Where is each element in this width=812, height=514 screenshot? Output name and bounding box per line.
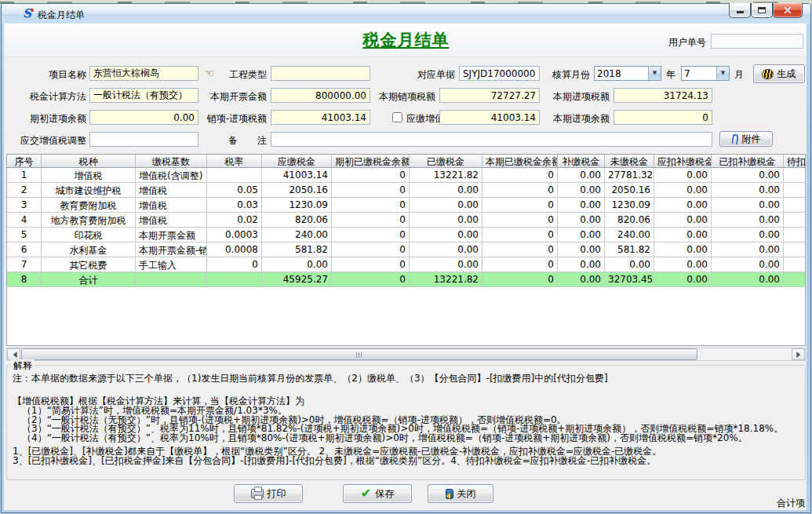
- column-header[interactable]: 序号: [7, 155, 42, 167]
- output-tax-input[interactable]: [439, 88, 540, 103]
- table-cell: 581.82: [262, 242, 332, 257]
- user-no-input[interactable]: [711, 34, 803, 49]
- project-input[interactable]: [89, 66, 198, 81]
- input-balance-input[interactable]: [614, 110, 712, 125]
- column-header[interactable]: 期初已缴税金余额: [332, 155, 410, 167]
- exit-door-icon: [446, 489, 453, 499]
- horizontal-scrollbar[interactable]: [6, 348, 806, 361]
- chevron-down-icon[interactable]: ▼: [648, 67, 661, 80]
- month-suffix-label: 月: [734, 68, 744, 81]
- year-combobox[interactable]: 2018 ▼: [594, 66, 661, 81]
- table-cell: 手工输入: [136, 257, 207, 272]
- save-button[interactable]: ✔ 保存: [343, 484, 412, 503]
- column-header[interactable]: 待扣补缴税金: [784, 155, 806, 167]
- table-row[interactable]: 2城市建设维护税增值税0.052050.1600.0000.002050.160…: [7, 183, 806, 198]
- table-cell: 0: [332, 168, 410, 182]
- generate-button[interactable]: 生成: [753, 64, 805, 83]
- vat-adjust-input[interactable]: [89, 132, 198, 147]
- minimize-icon: [737, 11, 744, 13]
- input-balance-label: 本期进项余额: [544, 112, 610, 125]
- table-cell: [784, 257, 806, 272]
- table-row[interactable]: 3教育费附加税增值税0.031230.0900.0000.001230.090.…: [7, 198, 806, 213]
- table-cell: 1230.09: [605, 198, 654, 212]
- table-cell: [207, 272, 262, 286]
- close-label: 关闭: [457, 487, 476, 501]
- table-cell: 0: [482, 168, 558, 182]
- table-cell: 0.00: [558, 242, 605, 257]
- column-header[interactable]: 税率: [207, 155, 262, 167]
- maximize-icon: [758, 7, 766, 13]
- close-form-button[interactable]: 关闭: [428, 484, 493, 503]
- generate-label: 生成: [777, 67, 796, 81]
- close-button[interactable]: [773, 3, 803, 18]
- column-header[interactable]: 本期已缴税金余额: [482, 155, 558, 167]
- table-row[interactable]: 6水利基金本期开票金额-销项0.0008581.8200.0000.00581.…: [7, 242, 806, 257]
- input-tax-input[interactable]: [614, 88, 712, 103]
- chevron-down-icon[interactable]: ▼: [716, 67, 729, 80]
- diff-label: 销项-进项税额: [201, 112, 267, 125]
- table-row[interactable]: 5印花税本期开票金额0.0003240.0000.0000.00240.000.…: [7, 228, 806, 242]
- column-header[interactable]: 税种: [42, 155, 136, 167]
- table-cell: 13221.82: [410, 168, 482, 182]
- column-header[interactable]: 应缴税金: [262, 155, 332, 167]
- table-header-row: 序号税种缴税基数税率应缴税金期初已缴税金余额已缴税金本期已缴税金余额补缴税金未缴…: [7, 155, 806, 168]
- diff-input[interactable]: [271, 110, 370, 125]
- table-row[interactable]: 7其它税费手工输入00.0000.0000.000.000.000.00: [7, 257, 806, 272]
- maximize-button[interactable]: [751, 3, 773, 18]
- save-label: 保存: [375, 487, 394, 501]
- table-cell: 0.0008: [207, 242, 262, 257]
- print-button[interactable]: 打印: [234, 484, 303, 503]
- tax-table: 序号税种缴税基数税率应缴税金期初已缴税金余额已缴税金本期已缴税金余额补缴税金未缴…: [6, 154, 806, 346]
- table-cell: 0.00: [558, 228, 605, 242]
- table-cell: 0: [482, 183, 558, 197]
- table-cell: 0.00: [654, 213, 712, 227]
- scroll-right-button[interactable]: [792, 348, 805, 360]
- method-input[interactable]: [89, 88, 198, 103]
- table-cell: [784, 183, 806, 197]
- table-cell: 0.00: [654, 272, 712, 286]
- table-cell: 0: [332, 213, 410, 227]
- column-header[interactable]: 缴税基数: [136, 155, 207, 167]
- table-cell: [784, 228, 806, 242]
- table-cell: 0.00: [558, 183, 605, 197]
- month-combobox[interactable]: 7 ▼: [681, 66, 730, 81]
- begin-input-label: 期初进项余额: [20, 112, 86, 125]
- doc-input[interactable]: [459, 66, 540, 81]
- table-cell: 2050.16: [605, 183, 654, 197]
- table-total-row[interactable]: 8合计45925.27013221.8200.0032703.450.000.0…: [7, 272, 806, 287]
- table-cell: 0: [482, 228, 558, 242]
- scrollbar-thumb[interactable]: [21, 348, 697, 360]
- scroll-left-button[interactable]: [7, 348, 20, 360]
- table-cell: 820.06: [605, 213, 654, 227]
- column-header[interactable]: 未缴税金: [605, 155, 654, 167]
- begin-input-input[interactable]: [89, 110, 198, 125]
- table-cell: 0: [482, 213, 558, 227]
- minimize-button[interactable]: [729, 3, 751, 18]
- vat-checkbox[interactable]: [392, 112, 402, 122]
- remark-input[interactable]: [271, 132, 712, 147]
- column-header[interactable]: 应扣补缴税金: [654, 155, 712, 167]
- column-header[interactable]: 已扣补缴税金: [712, 155, 784, 167]
- invoice-label: 本期开票金额: [201, 90, 267, 103]
- table-cell: 0.03: [207, 198, 262, 212]
- table-cell: 581.82: [605, 242, 654, 257]
- column-header[interactable]: 补缴税金: [558, 155, 605, 167]
- table-row[interactable]: 1增值税增值税(含调整)41003.14013221.8200.0027781.…: [7, 168, 806, 183]
- table-cell: 0.00: [712, 168, 784, 182]
- table-cell: 地方教育费附加税: [42, 213, 136, 227]
- invoice-input[interactable]: [271, 88, 370, 103]
- table-cell: 0: [332, 228, 410, 242]
- column-header[interactable]: 已缴税金: [410, 155, 482, 167]
- table-cell: 0.00: [654, 257, 712, 272]
- app-logo-glyph: S: [23, 6, 31, 20]
- table-cell: 0.00: [712, 213, 784, 227]
- table-cell: 0: [482, 272, 558, 286]
- table-row[interactable]: 4地方教育费附加税增值税0.02820.0600.0000.00820.060.…: [7, 213, 806, 228]
- title-bar[interactable]: S 税金月结单: [2, 4, 810, 24]
- type-input[interactable]: [271, 66, 370, 81]
- printer-icon: [251, 489, 264, 498]
- user-no-label: 用户单号: [628, 36, 706, 49]
- vat-input[interactable]: [439, 110, 540, 125]
- attachment-button[interactable]: 附件: [719, 131, 773, 147]
- table-cell: 印花税: [42, 228, 136, 242]
